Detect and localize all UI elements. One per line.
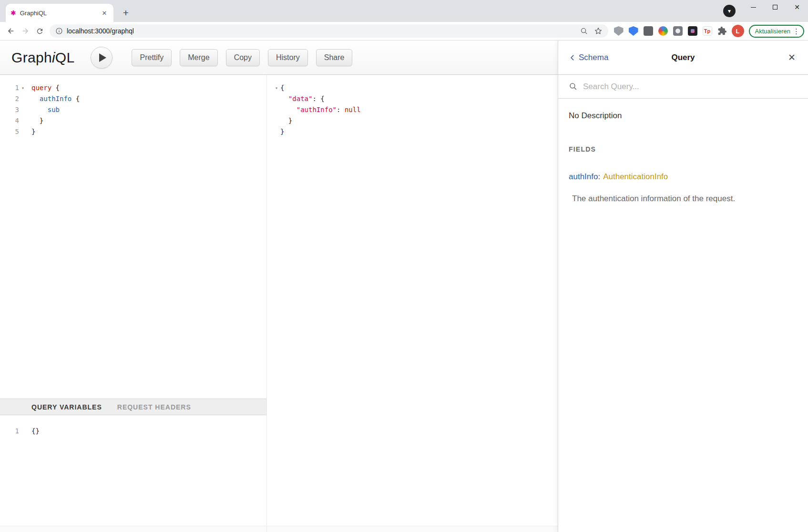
reload-icon xyxy=(36,27,44,35)
token-def: "data" xyxy=(288,95,313,102)
page-info-icon[interactable] xyxy=(55,27,63,35)
window-maximize-button[interactable] xyxy=(764,0,786,14)
doc-close-icon[interactable]: ✕ xyxy=(786,50,798,65)
code-text[interactable]: sub xyxy=(27,104,60,115)
editor-bottom-scrollbar[interactable] xyxy=(0,526,266,532)
fold-arrow-icon[interactable]: ▾ xyxy=(19,82,27,93)
fold-arrow-icon[interactable]: ▾ xyxy=(273,82,280,93)
tab-request-headers[interactable]: REQUEST HEADERS xyxy=(117,403,191,411)
token-keyword: null xyxy=(345,106,361,113)
code-line: 1▾query { xyxy=(0,82,266,93)
editor-area: 1▾query {2 authInfo {3 sub4 }5} QUERY VA… xyxy=(0,75,558,532)
code-text[interactable]: query { xyxy=(27,82,60,93)
code-text[interactable]: {} xyxy=(27,426,40,437)
doc-search-input[interactable] xyxy=(583,82,798,92)
url-input[interactable] xyxy=(67,27,576,35)
result-pane: ▾{ "data": { "authInfo": null }} xyxy=(267,75,558,532)
line-number: 5 xyxy=(0,126,19,137)
browser-toolbar: Tp L Aktualisieren ⋮ xyxy=(0,22,808,41)
back-arrow-icon xyxy=(7,27,15,35)
gql-button-merge[interactable]: Merge xyxy=(180,49,217,66)
colorful-circle-extension-icon[interactable] xyxy=(658,26,668,36)
execute-query-button[interactable] xyxy=(91,47,113,69)
field-separator: : xyxy=(598,172,600,181)
field-type-link[interactable]: AuthenticationInfo xyxy=(603,172,668,181)
field-description: The authentication information of the re… xyxy=(572,194,798,204)
omnibox-right-icons xyxy=(580,27,603,35)
gray-box-extension-icon[interactable] xyxy=(644,26,653,36)
chevron-left-icon xyxy=(569,54,576,61)
browser-tab-strip: ✱ GraphiQL ✕ + ▾ ✕ xyxy=(0,0,808,22)
code-line: 1{} xyxy=(0,426,266,437)
close-icon: ✕ xyxy=(794,4,800,10)
token-punc xyxy=(31,106,48,113)
minimize-icon xyxy=(751,7,756,8)
new-tab-button[interactable]: + xyxy=(119,6,133,20)
chrome-update-button[interactable]: Aktualisieren ⋮ xyxy=(749,25,804,38)
back-button[interactable] xyxy=(4,24,18,38)
fold-gutter xyxy=(19,426,27,437)
no-description-text: No Description xyxy=(569,111,798,121)
zoom-icon[interactable] xyxy=(580,27,588,35)
window-minimize-button[interactable] xyxy=(742,0,764,14)
code-line: 4 } xyxy=(0,115,266,126)
code-text[interactable]: { xyxy=(280,82,284,93)
browser-tab[interactable]: ✱ GraphiQL ✕ xyxy=(6,4,113,22)
doc-explorer-header: Schema Query ✕ xyxy=(558,41,808,75)
result-viewer[interactable]: ▾{ "data": { "authInfo": null }} xyxy=(267,75,558,526)
doc-back-link[interactable]: Schema xyxy=(569,53,608,62)
blue-shield-extension-icon[interactable] xyxy=(629,26,638,36)
doc-explorer-panel: Schema Query ✕ No Description FIELDS aut… xyxy=(558,41,808,532)
token-property: authInfo xyxy=(40,95,72,102)
profile-avatar[interactable]: L xyxy=(732,25,744,37)
code-text[interactable]: } xyxy=(280,115,292,126)
doc-search-bar xyxy=(558,75,808,99)
code-text[interactable]: "data": { xyxy=(280,93,325,104)
query-editor[interactable]: 1▾query {2 authInfo {3 sub4 }5} xyxy=(0,75,266,399)
variables-editor[interactable]: 1{} xyxy=(0,415,266,526)
forward-button[interactable] xyxy=(18,24,32,38)
address-bar[interactable] xyxy=(50,24,608,38)
browser-menu-icon[interactable]: ⋮ xyxy=(793,28,800,35)
fold-gutter xyxy=(19,115,27,126)
tp-extension-icon[interactable]: Tp xyxy=(703,26,712,36)
gql-toolbar-buttons: PrettifyMergeCopyHistoryShare xyxy=(132,49,352,66)
gql-button-prettify[interactable]: Prettify xyxy=(132,49,172,66)
tab-close-icon[interactable]: ✕ xyxy=(100,9,109,17)
graphiql-topbar: GraphiQL PrettifyMergeCopyHistoryShare xyxy=(0,41,558,75)
gray-shield-extension-icon[interactable] xyxy=(614,26,624,36)
token-punc: } xyxy=(280,117,292,124)
code-line: 2 authInfo { xyxy=(0,93,266,104)
dark-tile-extension-icon[interactable] xyxy=(688,26,697,36)
code-line: "data": { xyxy=(273,93,558,104)
line-number: 3 xyxy=(0,104,19,115)
field-name-link[interactable]: authInfo xyxy=(569,172,598,181)
gql-button-copy[interactable]: Copy xyxy=(226,49,260,66)
play-icon xyxy=(99,53,106,62)
query-editor-column: 1▾query {2 authInfo {3 sub4 }5} QUERY VA… xyxy=(0,75,267,532)
tab-query-variables[interactable]: QUERY VARIABLES xyxy=(31,403,102,411)
bookmark-star-icon[interactable] xyxy=(594,27,603,35)
window-close-button[interactable]: ✕ xyxy=(786,0,808,14)
graphiql-app: GraphiQL PrettifyMergeCopyHistoryShare 1… xyxy=(0,41,808,532)
reload-button[interactable] xyxy=(32,24,47,38)
token-punc: } xyxy=(31,117,43,124)
fold-gutter xyxy=(273,115,280,126)
code-text[interactable]: } xyxy=(27,126,35,137)
result-bottom-scrollbar[interactable] xyxy=(267,526,558,532)
maximize-icon xyxy=(773,5,777,10)
token-keyword: query xyxy=(31,84,51,92)
gql-button-history[interactable]: History xyxy=(268,49,308,66)
code-text[interactable]: "authInfo": null xyxy=(280,104,361,115)
camera-extension-icon[interactable] xyxy=(673,26,683,36)
extensions-puzzle-icon[interactable] xyxy=(717,26,727,36)
graphiql-favicon-icon: ✱ xyxy=(10,10,16,16)
code-line: ▾{ xyxy=(273,82,558,93)
gql-button-share[interactable]: Share xyxy=(316,49,353,66)
code-text[interactable]: } xyxy=(27,115,43,126)
fold-gutter xyxy=(273,126,280,137)
code-text[interactable]: } xyxy=(280,126,284,137)
code-text[interactable]: authInfo { xyxy=(27,93,80,104)
forward-arrow-icon xyxy=(21,27,30,35)
tab-search-icon[interactable]: ▾ xyxy=(723,5,736,17)
